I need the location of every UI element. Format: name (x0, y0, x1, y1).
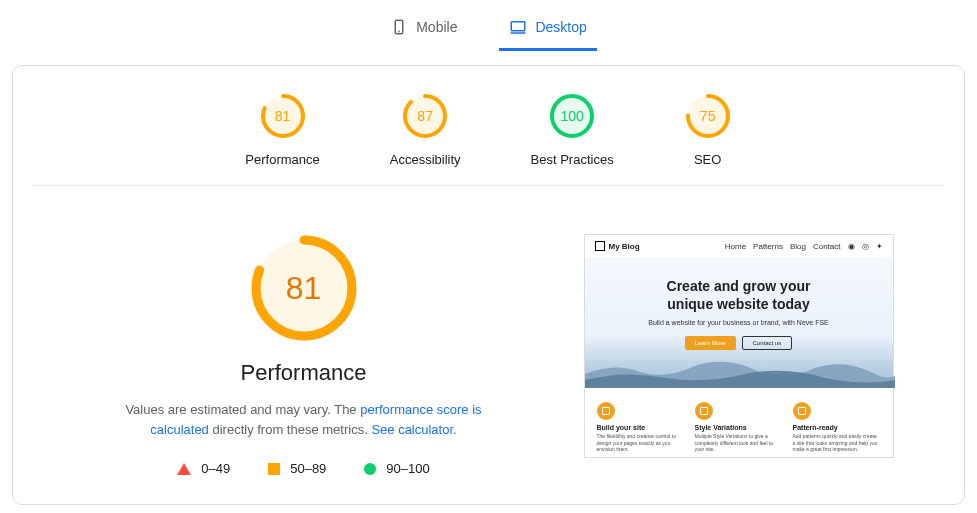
mobile-icon (390, 18, 408, 36)
feature-icon (597, 402, 615, 420)
detail-section: 81 Performance Values are estimated and … (13, 186, 964, 476)
gauge-label: Accessibility (390, 152, 461, 167)
gauge-ring: 87 (401, 92, 449, 140)
feature-item: Style Variations Multiple Style Variatio… (695, 402, 783, 453)
nav-item: Contact (813, 242, 841, 251)
desktop-icon (509, 18, 527, 36)
performance-score: 81 (250, 234, 358, 342)
hero-subtitle: Build a website for your business or bra… (597, 319, 881, 326)
gauge-score: 87 (401, 92, 449, 140)
gauge-score: 81 (259, 92, 307, 140)
feature-item: Pattern-ready Add patterns quickly and e… (793, 402, 881, 453)
device-tabs: Mobile Desktop (0, 0, 977, 51)
hero-title: Create and grow yourunique website today (597, 277, 881, 313)
see-calculator-link[interactable]: See calculator (371, 422, 453, 437)
gauge-seo[interactable]: 75 SEO (684, 92, 732, 167)
gauge-accessibility[interactable]: 87 Accessibility (390, 92, 461, 167)
gauge-score: 75 (684, 92, 732, 140)
square-icon (268, 463, 280, 475)
site-preview: My Blog HomePatternsBlogContact◉◎✦ Creat… (584, 234, 894, 458)
learn-more-button: Learn More (685, 336, 736, 350)
gauge-score: 100 (548, 92, 596, 140)
tab-desktop[interactable]: Desktop (499, 10, 596, 51)
feature-title: Style Variations (695, 424, 783, 431)
legend-fail: 0–49 (177, 461, 230, 476)
preview-header: My Blog HomePatternsBlogContact◉◎✦ (585, 235, 893, 257)
hero-buttons: Learn More Contact us (597, 336, 881, 350)
feature-item: Build your site The flexibility and crea… (597, 402, 685, 453)
feature-icon (793, 402, 811, 420)
gauge-ring: 100 (548, 92, 596, 140)
gauge-best-practices[interactable]: 100 Best Practices (531, 92, 614, 167)
preview-hero: Create and grow yourunique website today… (585, 257, 893, 388)
feature-desc: Multiple Style Variations to give a comp… (695, 433, 783, 453)
feature-desc: Add patterns quickly and easily create a… (793, 433, 881, 453)
feature-title: Build your site (597, 424, 685, 431)
tab-label: Mobile (416, 19, 457, 35)
svg-rect-2 (512, 22, 526, 31)
nav-item: Patterns (753, 242, 783, 251)
contact-button: Contact us (742, 336, 793, 350)
score-legend: 0–49 50–89 90–100 (177, 461, 429, 476)
gauge-label: Performance (245, 152, 319, 167)
preview-logo: My Blog (595, 241, 640, 251)
preview-features: Build your site The flexibility and crea… (585, 388, 893, 457)
report-card: 81 Performance 87 Accessibility 100 Best… (12, 65, 965, 505)
performance-title: Performance (241, 360, 367, 386)
logo-icon (595, 241, 605, 251)
instagram-icon: ◎ (862, 242, 869, 251)
gauge-label: Best Practices (531, 152, 614, 167)
preview-nav: HomePatternsBlogContact◉◎✦ (725, 242, 883, 251)
performance-gauge: 81 (250, 234, 358, 342)
circle-icon (364, 463, 376, 475)
tab-label: Desktop (535, 19, 586, 35)
facebook-icon: ◉ (848, 242, 855, 251)
gauge-ring: 75 (684, 92, 732, 140)
mountains-image (585, 354, 895, 388)
feature-desc: The flexibility and creative control to … (597, 433, 685, 453)
legend-pass: 90–100 (364, 461, 429, 476)
legend-average: 50–89 (268, 461, 326, 476)
performance-panel: 81 Performance Values are estimated and … (84, 234, 524, 476)
tab-mobile[interactable]: Mobile (380, 10, 467, 51)
gauge-label: SEO (694, 152, 721, 167)
feature-title: Pattern-ready (793, 424, 881, 431)
gauge-ring: 81 (259, 92, 307, 140)
triangle-icon (177, 463, 191, 475)
gauge-row: 81 Performance 87 Accessibility 100 Best… (33, 86, 944, 186)
nav-item: Blog (790, 242, 806, 251)
gauge-performance[interactable]: 81 Performance (245, 92, 319, 167)
performance-description: Values are estimated and may vary. The p… (104, 400, 504, 439)
feature-icon (695, 402, 713, 420)
nav-item: Home (725, 242, 746, 251)
twitter-icon: ✦ (876, 242, 883, 251)
